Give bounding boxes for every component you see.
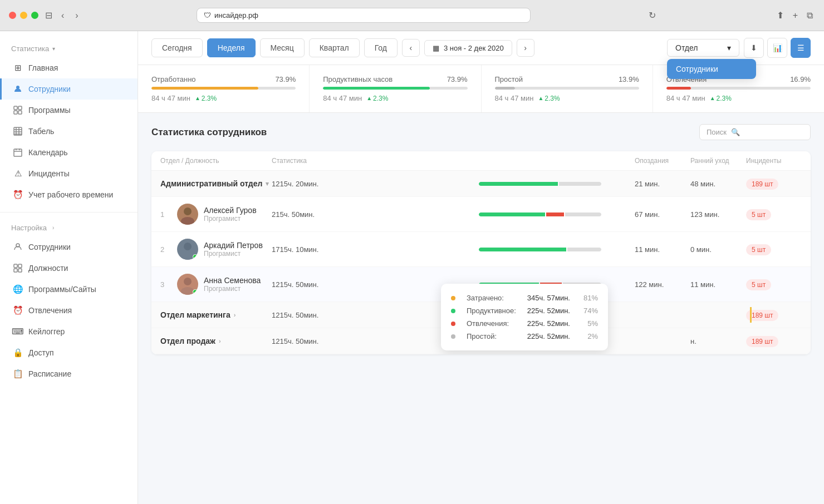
stat-productive-change: ▲ 2.3% <box>366 95 388 102</box>
department-select-button[interactable]: Отдел ▾ <box>667 39 739 57</box>
tab-quarter[interactable]: Квартал <box>309 38 360 57</box>
avatar-3 <box>177 274 198 295</box>
close-button[interactable] <box>9 12 16 19</box>
calendar-icon <box>13 147 23 157</box>
emp-details-1: Алексей Гуров Програмист <box>204 206 257 223</box>
address-bar[interactable]: 🛡 инсайдер.рф <box>197 8 531 23</box>
dept-late-admin: 21 мин. <box>635 180 690 188</box>
sidebar-item-employees[interactable]: Сотрудники <box>0 78 138 100</box>
tooltip-time-productive: 225ч. 52мин. <box>527 307 570 315</box>
prev-period-button[interactable]: ‹ <box>402 39 420 57</box>
dept-name-marketing: Отдел маркетинга › <box>160 310 272 319</box>
sidebar-item-access[interactable]: 🔒 Доступ <box>0 342 138 363</box>
tooltip-row-productive: Продуктивное: 225ч. 52мин. 74% <box>451 304 598 317</box>
sidebar-item-programs-sites[interactable]: 🌐 Программы/Сайты <box>0 279 138 300</box>
dept-name-admin: Административный отдел ▾ <box>160 179 272 188</box>
schedule-icon: 📋 <box>13 369 23 379</box>
sidebar-item-s-employees[interactable]: Сотрудники <box>0 236 138 258</box>
emp-row-2[interactable]: 2 Аркадий Петров Програмист 1715ч. 10мин… <box>151 232 811 267</box>
tab-week[interactable]: Неделя <box>207 38 256 57</box>
dept-name-sales: Отдел продаж › <box>160 337 272 345</box>
tooltip-pct-distractions: 5% <box>581 319 598 328</box>
forward-button[interactable]: › <box>73 8 80 23</box>
emp-row-3[interactable]: 3 Анна Семенова Програмист 1215ч. 50мин. <box>151 267 811 302</box>
sidebar-item-tabel[interactable]: Табель <box>0 121 138 142</box>
chevron-down-icon: ▾ <box>727 43 731 52</box>
stat-productive-label: Продуктивных часов <box>323 75 393 83</box>
tab-month[interactable]: Месяц <box>260 38 305 57</box>
emp-late-3: 122 мин. <box>635 280 690 289</box>
emp-row-1[interactable]: 1 Алексей Гуров Програмист 215ч. 50мин. <box>151 197 811 232</box>
emp-time-2: 1715ч. 10мин. <box>272 245 479 254</box>
next-period-button[interactable]: › <box>517 39 534 57</box>
sidebar-item-distractions[interactable]: ⏰ Отвлечения <box>0 300 138 321</box>
stat-idle-change: ▲ 2.3% <box>538 95 560 102</box>
stat-distractions-bar-bg <box>691 87 811 90</box>
sidebar-divider <box>0 212 138 213</box>
sidebar-label-employees: Сотрудники <box>28 85 71 93</box>
tooltip-label-productive: Продуктивное: <box>467 307 516 315</box>
app-layout: Статистика ▾ ⊞ Главная Сотрудники Програ… <box>0 31 824 504</box>
sidebar-item-worktime[interactable]: ⏰ Учет рабочего времени <box>0 184 138 205</box>
tooltip-pct-productive: 74% <box>581 307 598 315</box>
main-content: Сегодня Неделя Месяц Квартал Год ‹ ▦ 3 н… <box>138 31 824 504</box>
stat-idle-label: Простой <box>495 75 523 83</box>
sidebar-item-calendar[interactable]: Календарь <box>0 142 138 163</box>
svg-rect-19 <box>18 269 22 272</box>
sidebar-item-schedule[interactable]: 📋 Расписание <box>0 363 138 384</box>
tabs-button[interactable]: ⧉ <box>805 8 815 23</box>
chevron-down-icon: ▾ <box>266 180 269 187</box>
minimize-button[interactable] <box>20 12 27 19</box>
maximize-button[interactable] <box>31 12 38 19</box>
new-tab-button[interactable]: + <box>791 8 800 23</box>
back-button[interactable]: ‹ <box>59 8 66 23</box>
download-button[interactable]: ⬇ <box>744 38 764 58</box>
chart-button[interactable]: 📊 <box>767 38 787 58</box>
sidebar-toggle-button[interactable]: ⊟ <box>45 10 52 21</box>
chevron-down-icon: ▾ <box>52 46 55 52</box>
settings-section[interactable]: Настройка › <box>0 219 138 236</box>
dept-option-employees[interactable]: Сотрудники <box>667 59 756 79</box>
data-table: Отдел / Должность Статистика Опоздания Р… <box>151 151 811 354</box>
search-placeholder: Поиск <box>707 128 727 136</box>
action-buttons: ⬇ 📊 ☰ <box>744 38 811 58</box>
svg-rect-3 <box>14 111 17 114</box>
tooltip-label-spent: Затрачено: <box>467 294 516 302</box>
dept-row-admin[interactable]: Административный отдел ▾ 1215ч. 20мин. 2… <box>151 171 811 197</box>
emp-num-3: 3 <box>160 280 171 289</box>
home-icon: ⊞ <box>13 63 23 73</box>
menu-button[interactable]: ☰ <box>791 38 811 58</box>
tab-today[interactable]: Сегодня <box>151 38 203 57</box>
sidebar-item-home[interactable]: ⊞ Главная <box>0 57 138 78</box>
tooltip-pct-idle: 2% <box>581 332 598 340</box>
tab-year[interactable]: Год <box>364 38 398 57</box>
sidebar-item-positions[interactable]: Должности <box>0 258 138 279</box>
col-incidents: Инциденты <box>746 157 802 165</box>
emp-name-3: Анна Семенова <box>204 276 261 285</box>
emp-bar-1 <box>479 213 635 216</box>
svg-rect-18 <box>14 269 17 272</box>
tooltip-dot-spent <box>451 296 455 300</box>
chevron-right-icon: › <box>219 338 221 344</box>
emp-early-3: 11 мин. <box>690 280 746 289</box>
search-box[interactable]: Поиск 🔍 <box>699 124 811 140</box>
stat-distractions-bar <box>666 87 811 90</box>
stat-idle: Простой 13.9% 84 ч 47 мин ▲ 2.3% <box>482 65 653 112</box>
emp-incidents-3: 5 шт <box>746 279 802 289</box>
tooltip-row-distractions: Отвлечения: 225ч. 52мин. 5% <box>451 317 598 330</box>
tooltip-row-spent: Затрачено: 345ч. 57мин. 81% <box>451 291 598 304</box>
date-range-text: 3 ноя - 2 дек 2020 <box>444 44 504 52</box>
sidebar-label-calendar: Календарь <box>28 148 68 157</box>
online-indicator-3 <box>193 289 198 294</box>
positions-icon <box>13 263 23 273</box>
settings-label: Настройка <box>11 224 47 232</box>
table-section: Статистика сотрудников Поиск 🔍 Отдел / Д… <box>138 113 824 504</box>
sidebar-item-programs[interactable]: Программы <box>0 100 138 121</box>
svg-point-20 <box>184 207 192 215</box>
svg-rect-17 <box>18 264 22 268</box>
sidebar-item-keylogger[interactable]: ⌨ Кейлоггер <box>0 321 138 342</box>
statistics-section[interactable]: Статистика ▾ <box>0 40 138 57</box>
share-button[interactable]: ⬆ <box>774 8 786 23</box>
sidebar-item-incidents[interactable]: ⚠ Инциденты <box>0 163 138 184</box>
refresh-button[interactable]: ↻ <box>646 8 658 23</box>
